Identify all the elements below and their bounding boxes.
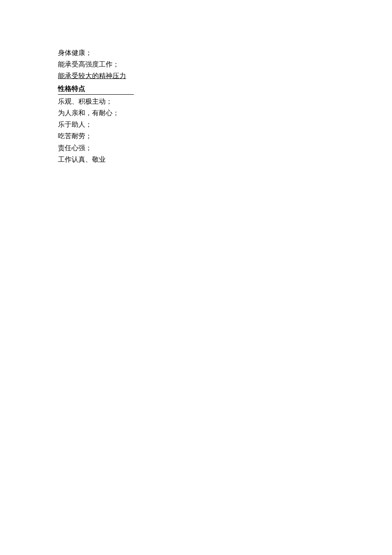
trait-item-1: 乐观、积极主动； xyxy=(58,96,331,107)
intro-line-3: 能承受较大的精神压力 xyxy=(58,70,331,81)
intro-line-2: 能承受高强度工作； xyxy=(58,58,331,70)
trait-item-5: 责任心强； xyxy=(58,142,331,154)
document-page: 身体健康； 能承受高强度工作； 能承受较大的精神压力 性格特点 乐观、积极主动；… xyxy=(0,0,331,165)
intro-line-1: 身体健康； xyxy=(58,47,331,58)
trait-item-2: 为人亲和，有耐心； xyxy=(58,107,331,119)
trait-item-4: 吃苦耐劳； xyxy=(58,130,331,142)
section-heading: 性格特点 xyxy=(58,83,134,95)
trait-item-3: 乐于助人； xyxy=(58,119,331,130)
trait-item-6: 工作认真、敬业 xyxy=(58,154,331,165)
section-heading-container: 性格特点 xyxy=(58,82,331,96)
